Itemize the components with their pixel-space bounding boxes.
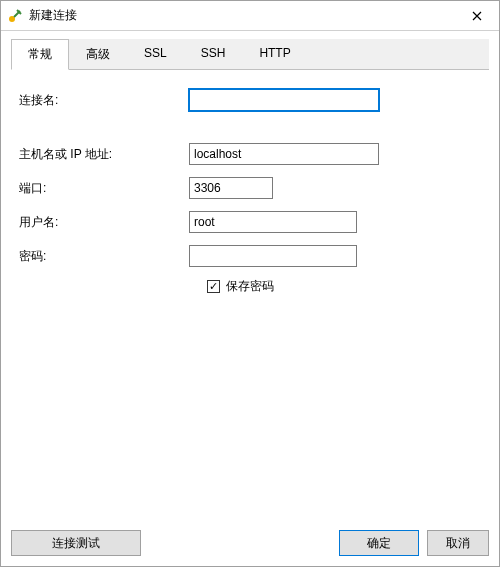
save-password-checkbox[interactable]: ✓	[207, 280, 220, 293]
user-label: 用户名:	[19, 214, 189, 231]
tab-label: SSL	[144, 46, 167, 60]
password-label: 密码:	[19, 248, 189, 265]
tab-label: SSH	[201, 46, 226, 60]
titlebar: 新建连接	[1, 1, 499, 31]
conn-name-input[interactable]	[189, 89, 379, 111]
port-label: 端口:	[19, 180, 189, 197]
conn-name-label: 连接名:	[19, 92, 189, 109]
tab-label: HTTP	[259, 46, 290, 60]
tab-ssh[interactable]: SSH	[184, 39, 243, 70]
tabs-container: 常规 高级 SSL SSH HTTP	[1, 31, 499, 70]
ok-button[interactable]: 确定	[339, 530, 419, 556]
host-label: 主机名或 IP 地址:	[19, 146, 189, 163]
tab-http[interactable]: HTTP	[242, 39, 307, 70]
button-bar: 连接测试 确定 取消	[1, 520, 499, 566]
app-icon	[7, 8, 23, 24]
save-password-label: 保存密码	[226, 278, 274, 295]
tabs: 常规 高级 SSL SSH HTTP	[11, 39, 489, 70]
close-button[interactable]	[454, 1, 499, 31]
tab-label: 高级	[86, 47, 110, 61]
user-input[interactable]	[189, 211, 357, 233]
tab-general[interactable]: 常规	[11, 39, 69, 70]
form-panel: 连接名: 主机名或 IP 地址: 端口: 用户名: 密码: ✓ 保存密码	[1, 70, 499, 520]
cancel-button[interactable]: 取消	[427, 530, 489, 556]
button-label: 确定	[367, 535, 391, 552]
button-label: 取消	[446, 535, 470, 552]
window-title: 新建连接	[29, 7, 77, 24]
button-label: 连接测试	[52, 535, 100, 552]
host-input[interactable]	[189, 143, 379, 165]
tab-ssl[interactable]: SSL	[127, 39, 184, 70]
tab-label: 常规	[28, 47, 52, 61]
tab-advanced[interactable]: 高级	[69, 39, 127, 70]
password-input[interactable]	[189, 245, 357, 267]
port-input[interactable]	[189, 177, 273, 199]
test-connection-button[interactable]: 连接测试	[11, 530, 141, 556]
dialog-new-connection: 新建连接 常规 高级 SSL SSH HTTP 连接名: 主机名或 IP 地址:…	[0, 0, 500, 567]
